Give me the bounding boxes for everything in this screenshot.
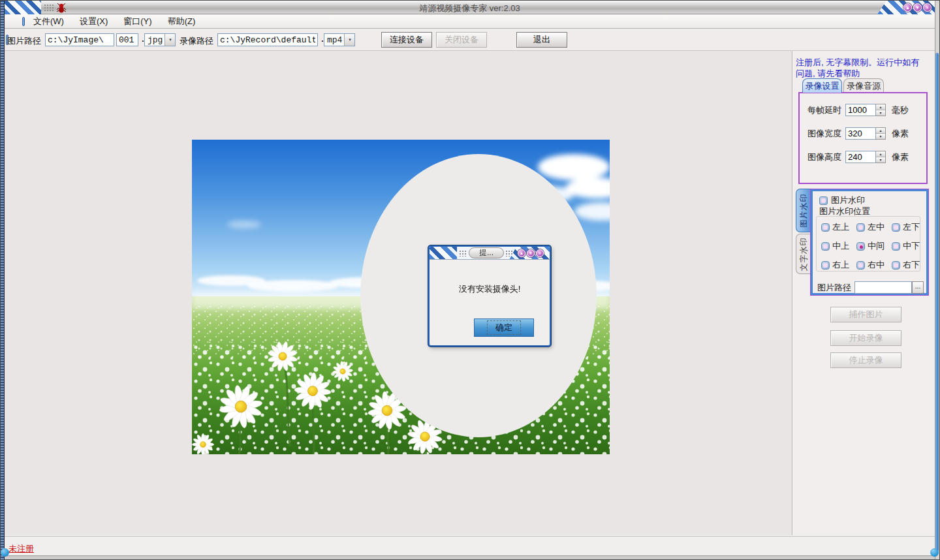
start-record-button[interactable]: 开始录像 xyxy=(830,330,901,346)
frame-delay-row: 每帧延时 ▴ ▾ 毫秒 xyxy=(807,104,909,116)
image-width-input[interactable] xyxy=(845,127,876,140)
dialog-title-bar: 提... ▲ ▼ × xyxy=(430,247,550,260)
position-label: 左上 xyxy=(832,221,849,233)
dialog-minimize-button[interactable]: ▲ xyxy=(518,249,525,257)
frame-delay-stepper[interactable]: ▴ ▾ xyxy=(876,104,886,116)
dialog-controls: ▲ ▼ × xyxy=(509,247,550,260)
settings-panel: 注册后, 无字幕限制。运行中如有 问题, 请先看帮助 录像设置 录像音源 每帧延… xyxy=(793,51,935,535)
chevron-down-icon[interactable]: ▾ xyxy=(164,34,175,46)
menu-bar: 文件(W) 设置(X) 窗口(Y) 帮助(Z) xyxy=(5,14,935,29)
dialog-titlebar-dots xyxy=(459,250,467,257)
dialog-restore-button[interactable]: ▼ xyxy=(527,249,535,257)
close-device-button[interactable]: 关闭设备 xyxy=(436,32,487,48)
browse-button[interactable]: ... xyxy=(912,281,924,294)
frame-delay-label: 每帧延时 xyxy=(807,104,845,116)
status-bar: 未注册 xyxy=(5,537,935,557)
watermark-path-input[interactable] xyxy=(854,281,912,294)
position-radio-middle-left[interactable] xyxy=(856,223,865,232)
skin-corner-ball-right xyxy=(930,548,939,557)
position-label: 中上 xyxy=(832,240,849,252)
position-label: 中间 xyxy=(868,240,885,252)
image-height-label: 图像高度 xyxy=(807,151,845,163)
spin-up-icon[interactable]: ▴ xyxy=(876,128,885,134)
toolbar: 图片路径 . jpg ▾ 录像路径 . mp4 ▾ 连接设备 关闭设备 退出 xyxy=(5,29,935,51)
window-controls: ▲ ▼ × xyxy=(877,1,935,14)
image-watermark-checkbox[interactable] xyxy=(819,196,828,205)
record-ext-value: mp4 xyxy=(324,34,344,46)
ok-button[interactable]: 确定 xyxy=(474,319,534,337)
spin-down-icon[interactable]: ▾ xyxy=(876,157,885,163)
app-window: 靖源视频摄像专家 ver:2.03 ▲ ▼ × 文件(W) 设置(X) 窗口(Y… xyxy=(0,0,940,560)
chevron-down-icon[interactable]: ▾ xyxy=(344,34,354,46)
window-right-border xyxy=(935,1,939,560)
notice-line-2: 问题, 请先看帮助 xyxy=(796,68,934,79)
image-height-row: 图像高度 ▴ ▾ 像素 xyxy=(807,151,909,163)
position-label: 右中 xyxy=(868,259,885,271)
position-label: 左下 xyxy=(903,221,920,233)
position-label: 中下 xyxy=(903,240,920,252)
title-bar: 靖源视频摄像专家 ver:2.03 ▲ ▼ × xyxy=(5,1,935,14)
spin-down-icon[interactable]: ▾ xyxy=(876,134,885,139)
position-radio-middle-right[interactable] xyxy=(856,261,865,270)
position-label: 右下 xyxy=(903,259,920,271)
dialog-titlebar-stripes xyxy=(430,247,457,260)
vtab-image-watermark[interactable]: 图片水印 xyxy=(796,189,810,232)
position-radio-top-center[interactable] xyxy=(821,242,830,251)
capture-settings-group: 每帧延时 ▴ ▾ 毫秒 图像宽度 ▴ ▾ xyxy=(798,92,928,184)
spin-up-icon[interactable]: ▴ xyxy=(876,104,885,110)
record-ext-combo[interactable]: mp4 ▾ xyxy=(324,33,355,46)
position-radio-bottom-center[interactable] xyxy=(892,242,900,251)
exit-button[interactable]: 退出 xyxy=(516,32,567,48)
connect-device-button[interactable]: 连接设备 xyxy=(381,32,432,48)
ok-button-label: 确定 xyxy=(487,320,521,335)
tab-record-audio-source[interactable]: 录像音源 xyxy=(843,78,884,93)
dialog-close-button[interactable]: × xyxy=(536,249,544,257)
image-seq-input[interactable] xyxy=(116,33,138,46)
image-ext-combo[interactable]: jpg ▾ xyxy=(144,33,176,46)
frame-delay-input[interactable] xyxy=(845,104,876,116)
image-height-stepper[interactable]: ▴ ▾ xyxy=(876,151,886,163)
image-path-input[interactable] xyxy=(45,33,114,46)
image-height-input[interactable] xyxy=(845,151,876,163)
menu-gripper xyxy=(22,17,25,26)
register-link[interactable]: 未注册 xyxy=(8,543,34,555)
menu-item-window[interactable]: 窗口(Y) xyxy=(116,16,159,27)
position-label: 左中 xyxy=(868,221,885,233)
position-radio-top-left[interactable] xyxy=(821,223,830,232)
frame-delay-unit: 毫秒 xyxy=(892,104,909,116)
watermark-path-label: 图片路径 xyxy=(817,282,851,294)
menu-item-settings[interactable]: 设置(X) xyxy=(72,16,115,27)
restore-button[interactable]: ▼ xyxy=(913,3,922,12)
image-width-label: 图像宽度 xyxy=(807,128,845,140)
menu-item-help[interactable]: 帮助(Z) xyxy=(161,16,203,27)
position-radio-top-right[interactable] xyxy=(821,261,830,270)
vtab-text-watermark-label: 文字水印 xyxy=(798,237,809,271)
window-bottom-border xyxy=(1,555,939,559)
position-radio-bottom-left[interactable] xyxy=(892,223,900,232)
position-radio-bottom-right[interactable] xyxy=(892,261,900,270)
stop-record-button[interactable]: 停止录像 xyxy=(830,352,901,368)
spin-down-icon[interactable]: ▾ xyxy=(876,110,885,116)
image-watermark-panel: 图片水印 图片水印位置 左上 左中 左下 中上 xyxy=(810,189,929,296)
message-dialog: 提... ▲ ▼ × 没有安装摄像头! 确定 xyxy=(428,245,551,347)
vtab-text-watermark[interactable]: 文字水印 xyxy=(796,234,810,274)
image-height-unit: 像素 xyxy=(892,151,909,163)
window-title: 靖源视频摄像专家 ver:2.03 xyxy=(5,3,935,14)
spin-up-icon[interactable]: ▴ xyxy=(876,151,885,157)
image-width-row: 图像宽度 ▴ ▾ 像素 xyxy=(807,127,909,140)
close-button[interactable]: × xyxy=(923,3,932,12)
tab-record-settings[interactable]: 录像设置 xyxy=(802,78,842,93)
record-path-input[interactable] xyxy=(217,33,318,46)
image-width-stepper[interactable]: ▴ ▾ xyxy=(876,127,886,140)
window-left-border xyxy=(1,1,5,560)
dialog-title: 提... xyxy=(469,247,504,258)
capture-image-button[interactable]: 捕作图片 xyxy=(830,307,901,322)
dialog-message: 没有安装摄像头! xyxy=(430,283,550,295)
panel-divider xyxy=(792,51,793,535)
vtab-image-watermark-label: 图片水印 xyxy=(798,194,809,228)
menu-item-file[interactable]: 文件(W) xyxy=(26,16,71,27)
notice-line-1: 注册后, 无字幕限制。运行中如有 xyxy=(796,57,934,68)
minimize-button[interactable]: ▲ xyxy=(903,3,912,12)
position-radio-center[interactable] xyxy=(856,242,865,251)
position-label: 右上 xyxy=(832,259,849,271)
